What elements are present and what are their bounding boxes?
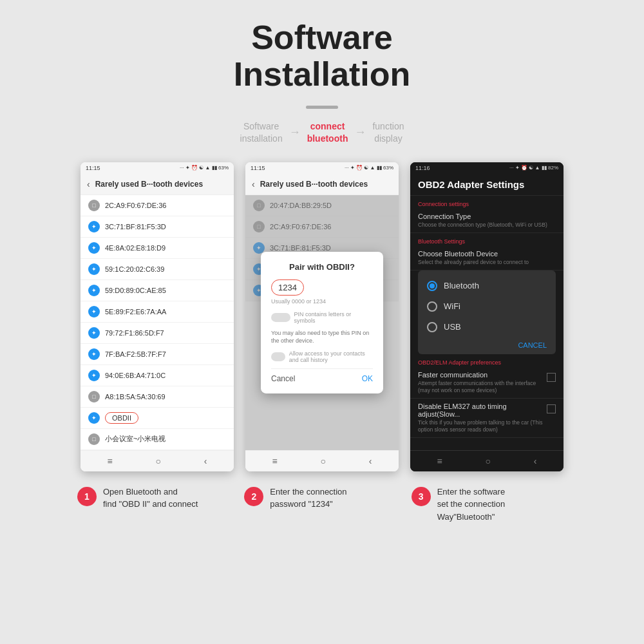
bluetooth-device-title: Choose Bluetooth Device xyxy=(418,250,556,258)
list-item[interactable]: □ 2C:A9:F0:67:DE:36 xyxy=(80,195,234,216)
bluetooth-icon: ✦ xyxy=(88,306,100,317)
faster-comm-sub: Attempt faster communications with the i… xyxy=(418,380,547,394)
device-icon: □ xyxy=(88,433,100,445)
cancel-button[interactable]: Cancel xyxy=(271,374,295,383)
obd-header: OBD2 Adapter Settings xyxy=(410,174,564,196)
faster-comm-title: Faster communication xyxy=(418,371,547,379)
bluetooth-icon: ✦ xyxy=(88,412,100,424)
toggle-row1: PIN contains letters or symbols xyxy=(271,311,373,324)
step-function: function display xyxy=(372,120,404,144)
faster-comm-checkbox[interactable] xyxy=(547,373,556,382)
list-item[interactable]: ✦ 94:0E:6B:A4:71:0C xyxy=(80,365,234,386)
disable-elm-sub: Tick this if you have problem talking to… xyxy=(418,419,547,433)
menu-icon[interactable]: ≡ xyxy=(272,456,277,466)
bluetooth-icon: ✦ xyxy=(88,370,100,381)
list-item[interactable]: ✦ 59:D0:89:0C:AE:85 xyxy=(80,280,234,301)
toggle2-label: Allow access to your contacts and call h… xyxy=(289,350,373,363)
list-item[interactable]: □ 小会议室~小米电视 xyxy=(80,429,234,450)
phone2-back-icon[interactable]: ‹ xyxy=(252,179,255,189)
home-icon[interactable]: ○ xyxy=(486,456,491,466)
radio-bluetooth-circle xyxy=(427,281,437,291)
list-item[interactable]: ✦ 7F:BA:F2:5B:7F:F7 xyxy=(80,344,234,365)
list-item[interactable]: ✦ 59:1C:20:02:C6:39 xyxy=(80,259,234,280)
phone3-status-bar: 11:16 ··· ✦ ⏰ ☯ ▲ ▮▮ 82% xyxy=(410,162,564,174)
radio-bluetooth-label: Bluetooth xyxy=(444,281,479,290)
bluetooth-icon: ✦ xyxy=(88,327,100,339)
phone3-time: 11:16 xyxy=(415,165,430,171)
radio-wifi-label: WiFi xyxy=(444,301,460,311)
phone1-back-icon[interactable]: ‹ xyxy=(87,179,90,189)
screenshots-row: 11:15 ··· ✦ ⏰ ☯ ▲ ▮▮ 63% ‹ Rarely used B… xyxy=(80,162,564,471)
toggle1[interactable] xyxy=(271,313,290,322)
radio-usb-circle xyxy=(427,322,437,332)
menu-icon[interactable]: ≡ xyxy=(107,456,112,466)
faster-comm-row[interactable]: Faster communication Attempt faster comm… xyxy=(410,367,564,399)
phone1-nav-bar: ‹ Rarely used B···tooth devices xyxy=(80,174,234,195)
phone2-nav-bar: ‹ Rarely used B···tooth devices xyxy=(245,174,399,195)
obd-title: OBD2 Adapter Settings xyxy=(418,179,556,190)
desc-text-1: Open Bluetooth and find "OBD II" and con… xyxy=(103,486,198,511)
step-bluetooth: connect bluetooth xyxy=(307,120,348,144)
list-item[interactable]: ✦ 79:72:F1:86:5D:F7 xyxy=(80,323,234,344)
phone2-content: □ 20:47:DA:BB:29:5D □ 2C:A9:F0:67:DE:36 … xyxy=(245,195,399,450)
header-divider xyxy=(306,106,338,109)
pin-input[interactable]: 1234 xyxy=(271,279,304,296)
connection-type-row[interactable]: Connection Type Choose the connection ty… xyxy=(410,209,564,233)
phone1-status-bar: 11:15 ··· ✦ ⏰ ☯ ▲ ▮▮ 63% xyxy=(80,162,234,174)
obdii-device-item[interactable]: ✦ OBDII xyxy=(80,408,234,429)
connection-settings-section: Connection settings xyxy=(410,196,564,209)
disable-elm-row[interactable]: Disable ELM327 auto timing adjust(Slow..… xyxy=(410,399,564,438)
pair-dialog: Pair with OBDII? 1234 Usually 0000 or 12… xyxy=(261,252,383,393)
obdii-label: OBDII xyxy=(105,412,138,424)
radio-usb[interactable]: USB xyxy=(418,317,556,337)
phone2-time: 11:15 xyxy=(251,165,265,171)
steps-nav: Software installation → connect bluetoot… xyxy=(240,120,404,144)
home-icon[interactable]: ○ xyxy=(156,456,161,466)
back-icon[interactable]: ‹ xyxy=(534,456,537,466)
radio-usb-label: USB xyxy=(444,322,461,332)
phone1-device-list: □ 2C:A9:F0:67:DE:36 ✦ 3C:71:BF:81:F5:3D … xyxy=(80,195,234,450)
phone1-bottom-nav: ≡ ○ ‹ xyxy=(80,450,234,471)
list-item[interactable]: ✦ 4E:8A:02:E8:18:D9 xyxy=(80,238,234,259)
phone3-status-icons: ··· ✦ ⏰ ☯ ▲ ▮▮ 82% xyxy=(509,165,558,171)
header-title: Software Installation xyxy=(234,19,410,93)
disable-elm-content: Disable ELM327 auto timing adjust(Slow..… xyxy=(418,402,547,433)
ok-button[interactable]: OK xyxy=(362,374,373,383)
radio-wifi[interactable]: WiFi xyxy=(418,296,556,317)
cancel-button[interactable]: CANCEL xyxy=(518,341,547,349)
toggle1-label: PIN contains letters or symbols xyxy=(294,311,373,324)
home-icon[interactable]: ○ xyxy=(321,456,326,466)
bluetooth-icon: ✦ xyxy=(88,348,100,360)
phone2-bottom-nav: ≡ ○ ‹ xyxy=(245,450,399,471)
list-item[interactable]: ✦ 5E:89:F2:E6:7A:AA xyxy=(80,301,234,323)
phone1-time: 11:15 xyxy=(86,165,100,171)
device-icon: □ xyxy=(88,200,100,211)
step-software: Software installation xyxy=(240,120,283,144)
phone1-screen: 11:15 ··· ✦ ⏰ ☯ ▲ ▮▮ 63% ‹ Rarely used B… xyxy=(80,162,234,471)
toggle2[interactable] xyxy=(271,352,285,361)
radio-bluetooth[interactable]: Bluetooth xyxy=(418,276,556,296)
step-circle-1: 1 xyxy=(77,487,97,506)
pin-hint: Usually 0000 or 1234 xyxy=(271,298,373,305)
arrow2-icon: → xyxy=(354,126,366,139)
bluetooth-icon: ✦ xyxy=(88,285,100,296)
bluetooth-icon: ✦ xyxy=(88,221,100,232)
dialog-buttons: Cancel OK xyxy=(271,368,373,383)
list-item[interactable]: □ A8:1B:5A:5A:30:69 xyxy=(80,386,234,408)
desc-text-2: Enter the connection password "1234" xyxy=(270,486,346,511)
menu-icon[interactable]: ≡ xyxy=(437,456,442,466)
disable-elm-checkbox[interactable] xyxy=(547,404,556,413)
back-icon[interactable]: ‹ xyxy=(204,456,207,466)
phone2-status-icons: ··· ✦ ⏰ ☯ ▲ ▮▮ 63% xyxy=(345,165,393,171)
phone1-nav-title: Rarely used B···tooth devices xyxy=(95,180,203,189)
desc-item-1: 1 Open Bluetooth and find "OBD II" and c… xyxy=(77,486,232,511)
dialog-backdrop: Pair with OBDII? 1234 Usually 0000 or 12… xyxy=(245,195,399,450)
list-item[interactable]: ✦ 3C:71:BF:81:F5:3D xyxy=(80,216,234,238)
phone1-status-icons: ··· ✦ ⏰ ☯ ▲ ▮▮ 63% xyxy=(180,165,229,171)
step-circle-3: 3 xyxy=(412,487,431,506)
phone3-screen: 11:16 ··· ✦ ⏰ ☯ ▲ ▮▮ 82% OBD2 Adapter Se… xyxy=(410,162,564,471)
phone2-status-bar: 11:15 ··· ✦ ⏰ ☯ ▲ ▮▮ 63% xyxy=(245,162,399,174)
desc-row: 1 Open Bluetooth and find "OBD II" and c… xyxy=(77,486,567,524)
bluetooth-device-row[interactable]: Choose Bluetooth Device Select the alrea… xyxy=(410,246,564,270)
back-icon[interactable]: ‹ xyxy=(369,456,372,466)
